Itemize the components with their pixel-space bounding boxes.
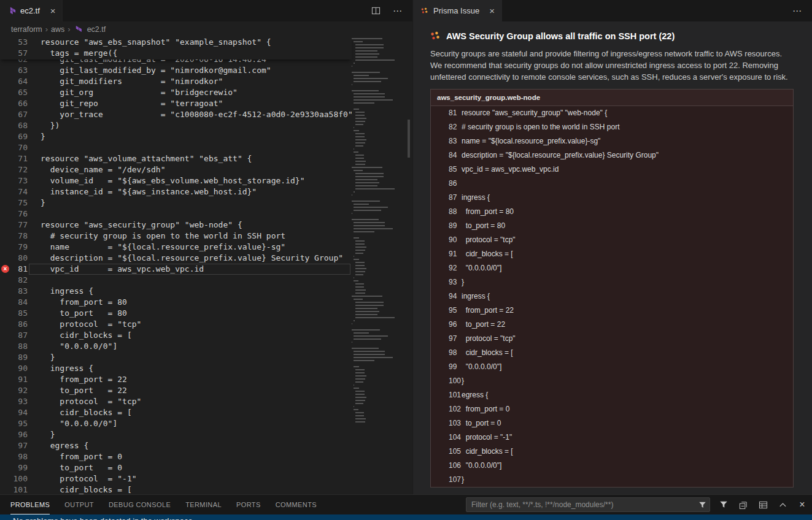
code-line[interactable]: 53resource "aws_ebs_snapshot" "example_s… [0,37,352,48]
issue-line-text: } [462,473,464,487]
code-line[interactable]: 77resource "aws_security_group" "web-nod… [0,220,352,231]
issue-line-text: "0.0.0.0/0"] [462,360,501,374]
code-line[interactable]: 64 git_modifiers = "nimrodkor" [0,76,352,87]
code-line[interactable]: 66 git_repo = "terragoat" [0,98,352,109]
issue-line-text: "0.0.0.0/0"] [462,459,501,473]
code-line[interactable]: 84 from_port = 80 [0,297,352,308]
code-line[interactable]: 89 } [0,352,352,363]
breadcrumb[interactable]: terraform›aws› ec2.tf [0,21,412,37]
code-line[interactable]: 94 cidr_blocks = [ [0,407,352,418]
prisma-issue-tab[interactable]: Prisma Issue × [413,0,502,21]
code-line[interactable]: 86 protocol = "tcp" [0,319,352,330]
filter-toggle-icon[interactable] [717,499,730,511]
collapse-all-icon[interactable] [737,499,749,511]
more-actions-icon[interactable]: ⋯ [392,5,404,17]
code-line[interactable]: 95 "0.0.0.0/0"] [0,418,352,429]
code-line[interactable]: 57 tags = merge({ [0,48,352,59]
code-line[interactable]: 87 cidr_blocks = [ [0,330,352,341]
code-line[interactable]: 75} [0,197,352,208]
code-line[interactable]: 69} [0,131,352,142]
minimap[interactable] [352,37,402,494]
code-line[interactable]: 90 ingress { [0,363,352,374]
panel-tab-output[interactable]: OUTPUT [64,495,94,514]
line-text: from_port = 80 [41,297,127,308]
issue-code-line: 100} [431,374,793,388]
glyph-margin [0,164,11,175]
code-line[interactable]: 71resource "aws_volume_attachment" "ebs_… [0,153,352,164]
filter-funnel-icon[interactable] [697,500,707,510]
line-number: 97 [11,440,28,451]
line-text: device_name = "/dev/sdh" [41,164,166,175]
code-line[interactable]: 85 to_port = 80 [0,308,352,319]
line-number: 89 [11,352,28,363]
line-number: 72 [11,164,28,175]
code-line[interactable]: 67 yor_trace = "c1008080-ec2f-4512-a0d0-… [0,109,352,120]
panel-more-actions-icon[interactable]: ⋯ [791,5,803,17]
line-number: 71 [11,153,28,164]
panel-tab-problems[interactable]: PROBLEMS [10,495,50,514]
code-line[interactable]: 98 from_port = 0 [0,451,352,462]
code-line[interactable]: 74 instance_id = "${aws_instance.web_hos… [0,186,352,197]
code-line[interactable]: 96 } [0,429,352,440]
terraform-icon [7,7,16,15]
glyph-margin [0,98,11,109]
breadcrumb-item[interactable]: ec2.tf [87,25,106,34]
breadcrumb-item[interactable]: aws [51,25,64,34]
breadcrumb-separator: › [68,25,70,34]
issue-code-line: 84description = "${local.resource_prefix… [431,148,793,162]
glyph-margin [0,374,11,385]
panel-tab-ports[interactable]: PORTS [236,495,261,514]
code-line[interactable]: 70 [0,142,352,153]
code-line[interactable]: 68 }) [0,120,352,131]
code-line[interactable]: 81 vpc_id = aws_vpc.web_vpc.id [0,264,352,275]
code-line[interactable]: 78 # security group is open to the world… [0,231,352,242]
issue-code-line: 106 "0.0.0.0/0"] [431,459,793,473]
code-line[interactable]: 79 name = "${local.resource_prefix.value… [0,242,352,253]
code-line[interactable]: 88 "0.0.0.0/0"] [0,341,352,352]
code-line[interactable]: 65 git_org = "bridgecrewio" [0,87,352,98]
filter-input[interactable] [466,497,710,512]
line-number: 101 [11,484,28,494]
code-line[interactable]: 93 protocol = "tcp" [0,396,352,407]
glyph-margin [0,153,11,164]
code-editor[interactable]: 62 git_last_modified_at = "2020-06-16 14… [0,37,412,494]
code-line[interactable]: 92 to_port = 22 [0,385,352,396]
issue-line-number: 105 [431,445,462,459]
glyph-margin [0,396,11,407]
editor-tab-label: ec2.tf [20,6,40,15]
code-line[interactable]: 100 protocol = "-1" [0,473,352,484]
panel-tab-terminal[interactable]: TERMINAL [185,495,222,514]
glyph-margin [0,363,11,374]
issue-code-line: 89 to_port = 80 [431,219,793,233]
scrollbar-slider[interactable] [408,120,410,158]
editor-tab-ec2[interactable]: ec2.tf × [0,0,63,21]
code-line[interactable]: 82 [0,275,352,286]
issue-line-text: description = "${local.resource_prefix.v… [462,148,659,162]
code-line[interactable]: 99 to_port = 0 [0,462,352,473]
panel-tab-debug-console[interactable]: DEBUG CONSOLE [109,495,171,514]
code-line[interactable]: 101 cidr_blocks = [ [0,484,352,494]
line-text: "0.0.0.0/0"] [41,341,117,352]
issue-tab-close-icon[interactable]: × [489,6,495,15]
code-line[interactable]: 72 device_name = "/dev/sdh" [0,164,352,175]
code-line[interactable]: 91 from_port = 22 [0,374,352,385]
line-text: } [41,352,55,363]
panel-tab-comments[interactable]: COMMENTS [276,495,317,514]
issue-code-line: 92 "0.0.0.0/0"] [431,261,793,275]
tab-close-icon[interactable]: × [50,6,56,15]
code-line[interactable]: 83 ingress { [0,286,352,297]
code-line[interactable]: 80 description = "${local.resource_prefi… [0,253,352,264]
close-panel-icon[interactable]: × [796,499,808,511]
code-line[interactable]: 63 git_last_modified_by = "nimrodkor@gma… [0,65,352,76]
issue-line-text: protocol = "tcp" [462,332,516,346]
view-as-table-icon[interactable] [757,499,769,511]
breadcrumb-item[interactable]: terraform [11,25,42,34]
glyph-margin [0,407,11,418]
vscode-window: ec2.tf × ⋯ terraform›aws› [0,0,812,520]
code-line[interactable]: 73 volume_id = "${aws_ebs_volume.web_hos… [0,175,352,186]
issue-line-number: 87 [431,191,462,205]
code-line[interactable]: 97 egress { [0,440,352,451]
split-editor-icon[interactable] [369,5,382,17]
maximize-panel-icon[interactable] [776,499,789,511]
code-line[interactable]: 76 [0,208,352,220]
